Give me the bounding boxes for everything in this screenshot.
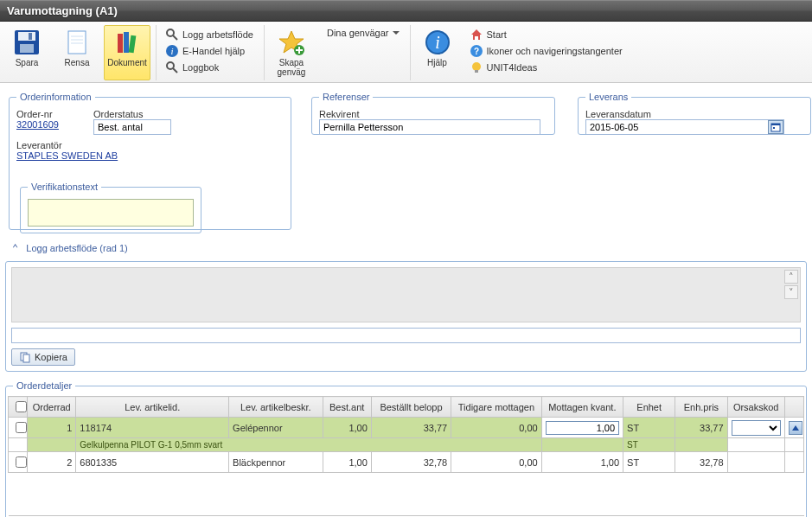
select-all-checkbox[interactable]: [16, 401, 27, 412]
cell-tidigare: 0,00: [451, 452, 541, 473]
document-label: Dokument: [107, 58, 147, 67]
help-button[interactable]: i Hjälp: [414, 25, 461, 80]
row-checkbox[interactable]: [16, 422, 27, 433]
col-orderrad[interactable]: Orderrad: [28, 397, 76, 418]
help-icon: i: [424, 29, 451, 56]
orderstatus-label: Orderstatus: [93, 109, 171, 119]
svg-line-16: [173, 68, 177, 73]
magnifier-icon: [165, 28, 179, 41]
rekvirent-field[interactable]: [319, 119, 540, 135]
verification-text-group: Verifikationstext: [20, 182, 201, 233]
svg-rect-34: [23, 354, 29, 362]
orderstatus-field[interactable]: [93, 119, 171, 135]
cell-lev-artid: 6801335: [76, 452, 229, 473]
clear-button[interactable]: Rensa: [54, 25, 100, 80]
cell-orderrad: 1: [28, 418, 76, 438]
delivery-date-label: Leveransdatum: [585, 109, 803, 119]
triangle-up-icon: [791, 424, 800, 432]
floppy-icon: [13, 29, 41, 56]
start-label: Start: [487, 29, 507, 40]
cell-enh-pris: 32,78: [675, 452, 727, 473]
leverantor-link[interactable]: STAPLES SWEDEN AB: [16, 150, 118, 161]
row-checkbox[interactable]: [16, 456, 27, 468]
col-best-ant[interactable]: Best.ant: [323, 397, 371, 418]
svg-rect-8: [118, 34, 123, 53]
col-enhet[interactable]: Enhet: [623, 397, 675, 418]
col-mottagen[interactable]: Mottagen kvant.: [541, 397, 623, 418]
your-shortcuts-dropdown[interactable]: Dina genvägar: [320, 27, 403, 39]
cell-mottagen: 1,00: [541, 452, 623, 473]
cell-orsak-select[interactable]: [732, 420, 781, 436]
verification-text-input[interactable]: [28, 199, 194, 227]
scroll-down-button[interactable]: ˅: [784, 285, 798, 299]
icons-nav-link[interactable]: ? Ikoner och navigeringstangenter: [466, 43, 626, 59]
save-button[interactable]: Spara: [3, 25, 50, 80]
cell-best-ant: 1,00: [323, 418, 371, 438]
svg-rect-10: [129, 35, 137, 54]
order-details-legend: Orderdetaljer: [13, 380, 75, 391]
delivery-date-field[interactable]: [585, 119, 784, 135]
chevron-down-icon: [393, 31, 400, 35]
log-workflow-label: Logg arbetsflöde: [182, 29, 253, 40]
cell-lev-artid: 118174: [76, 418, 229, 438]
info-icon: i: [165, 44, 179, 58]
log-input[interactable]: [11, 328, 801, 343]
save-label: Spara: [16, 58, 39, 67]
order-nr-label: Order-nr: [16, 109, 59, 119]
log-workflow-toggle[interactable]: ⌃ Logg arbetsflöde (rad 1): [5, 239, 807, 258]
col-lev-artbeskr[interactable]: Lev. artikelbeskr.: [229, 397, 323, 418]
star-plus-icon: [278, 29, 305, 56]
table-empty-space: [9, 473, 804, 516]
svg-point-28: [472, 62, 481, 71]
magnifier-icon: [165, 61, 179, 74]
svg-rect-2: [20, 44, 34, 53]
copy-icon: [19, 351, 31, 363]
references-group: Referenser Rekvirent: [311, 92, 555, 135]
references-legend: Referenser: [319, 92, 373, 102]
svg-rect-3: [29, 33, 32, 40]
page-icon: [63, 29, 91, 56]
loggbok-link[interactable]: Loggbok: [162, 60, 257, 75]
table-row[interactable]: 2 6801335 Bläckpennor 1,00 32,78 0,00 1,…: [9, 452, 804, 473]
create-shortcut-label: Skapa genväg: [271, 58, 312, 77]
cell-enh-pris: 33,77: [675, 418, 727, 438]
svg-line-12: [173, 35, 177, 40]
your-shortcuts-label: Dina genvägar: [327, 28, 389, 38]
unit4ideas-link[interactable]: UNIT4Ideas: [466, 60, 626, 75]
svg-text:?: ?: [473, 47, 478, 56]
cell-tidigare: 0,00: [451, 418, 541, 438]
order-nr-link[interactable]: 32001609: [16, 119, 59, 130]
delivery-group: Leverans Leveransdatum: [578, 92, 811, 135]
cell-enhet-sub: ST: [623, 438, 675, 452]
svg-rect-1: [18, 32, 35, 41]
col-bestallt-belopp[interactable]: Beställt belopp: [371, 397, 451, 418]
start-link[interactable]: Start: [466, 27, 626, 42]
cell-mottagen-input[interactable]: [546, 421, 619, 435]
svg-point-15: [167, 62, 174, 69]
log-textarea[interactable]: ˄ ˅: [11, 267, 801, 322]
ehandel-help-link[interactable]: i E-Handel hjälp: [162, 43, 257, 59]
copy-button[interactable]: Kopiera: [11, 348, 75, 366]
svg-rect-31: [771, 124, 780, 125]
question-icon: ?: [470, 44, 483, 58]
calendar-button[interactable]: [768, 120, 783, 134]
help-label: Hjälp: [427, 58, 447, 67]
scroll-up-button[interactable]: ˄: [784, 270, 798, 284]
create-shortcut-button[interactable]: Skapa genväg: [268, 25, 315, 80]
document-button[interactable]: Dokument: [104, 25, 150, 80]
cell-orderrad: 2: [28, 452, 76, 473]
cell-best-ant: 1,00: [323, 452, 371, 473]
cell-enhet: ST: [623, 418, 675, 438]
order-details-group: Orderdetaljer Orderrad Lev. artikelid. L…: [5, 380, 807, 517]
order-information-legend: Orderinformation: [16, 92, 95, 102]
table-header-row: Orderrad Lev. artikelid. Lev. artikelbes…: [9, 397, 804, 418]
col-tidigare[interactable]: Tidigare mottagen: [451, 397, 541, 418]
cell-lev-artid-sub: Gelkulpenna PILOT G-1 0,5mm svart: [76, 438, 541, 452]
row-expand-button[interactable]: [789, 421, 802, 435]
table-row[interactable]: 1 118174 Gelépennor 1,00 33,77 0,00 ST 3…: [9, 418, 804, 438]
col-enh-pris[interactable]: Enh.pris: [675, 397, 727, 418]
log-workflow-link[interactable]: Logg arbetsflöde: [162, 27, 257, 42]
col-orsak[interactable]: Orsakskod: [727, 397, 784, 418]
collapse-icon: ⌃: [12, 242, 18, 254]
col-lev-artid[interactable]: Lev. artikelid.: [76, 397, 229, 418]
